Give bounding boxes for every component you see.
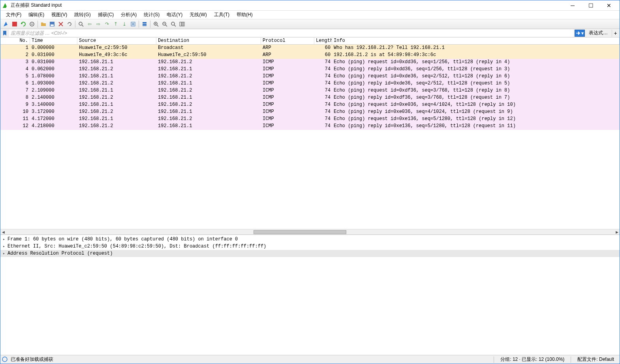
- menu-help[interactable]: 帮助(H): [233, 11, 256, 19]
- statusbar: 已准备好加载或捕获 分组: 12 · 已显示: 12 (100.0%) 配置文件…: [0, 355, 620, 364]
- filter-add-button[interactable]: +: [612, 30, 619, 37]
- packet-details-pane[interactable]: ▸ Frame 1: 60 bytes on wire (480 bits), …: [0, 235, 620, 355]
- expert-info-icon[interactable]: [2, 356, 8, 363]
- packet-row[interactable]: 114.172000192.168.21.1192.168.21.2ICMP74…: [0, 116, 620, 123]
- packet-row[interactable]: 10.000000HuaweiTe_c2:59:50BroadcastARP60…: [0, 45, 620, 52]
- menu-statistics[interactable]: 统计(S): [141, 11, 163, 19]
- restart-capture-icon[interactable]: [19, 20, 27, 28]
- tree-label-frame: Frame 1: 60 bytes on wire (480 bits), 60…: [8, 236, 238, 242]
- go-to-packet-icon[interactable]: ↷: [103, 20, 111, 28]
- go-back-icon[interactable]: ⇦: [86, 20, 94, 28]
- packet-list-header: No. Time Source Destination Protocol Len…: [0, 38, 620, 45]
- maximize-button[interactable]: ☐: [582, 1, 600, 10]
- menu-capture[interactable]: 捕获(C): [95, 11, 117, 19]
- window-title: 正在捕获 Standard input: [11, 2, 564, 9]
- svg-point-5: [79, 22, 82, 25]
- packet-row[interactable]: 30.031000192.168.21.1192.168.21.2ICMP74E…: [0, 59, 620, 66]
- auto-scroll-icon[interactable]: [129, 20, 137, 28]
- colorize-icon[interactable]: [141, 20, 148, 28]
- svg-line-17: [157, 25, 158, 26]
- status-separator: [571, 356, 571, 363]
- capture-options-icon[interactable]: [28, 20, 36, 28]
- go-forward-icon[interactable]: ⇨: [94, 20, 102, 28]
- status-separator: [494, 356, 494, 363]
- close-file-icon[interactable]: [57, 20, 65, 28]
- menu-tools[interactable]: 工具(T): [211, 11, 233, 19]
- expand-icon[interactable]: ▸: [3, 237, 8, 242]
- packet-row[interactable]: 124.218000192.168.21.2192.168.21.1ICMP74…: [0, 123, 620, 130]
- packet-row[interactable]: 93.140000192.168.21.1192.168.21.2ICMP74E…: [0, 101, 620, 109]
- svg-rect-25: [183, 22, 184, 26]
- stop-capture-icon[interactable]: [11, 20, 19, 28]
- toolbar-separator: [38, 21, 38, 28]
- filter-toolbar: ▾ 表达式… +: [0, 29, 620, 38]
- svg-rect-11: [143, 22, 147, 23]
- tree-row-frame[interactable]: ▸ Frame 1: 60 bytes on wire (480 bits), …: [0, 236, 620, 243]
- start-capture-icon[interactable]: [2, 20, 10, 28]
- svg-line-22: [174, 25, 176, 26]
- menu-analyze[interactable]: 分析(A): [118, 11, 140, 19]
- zoom-out-icon[interactable]: [161, 20, 169, 28]
- horizontal-scrollbar[interactable]: ◀ ▶: [0, 229, 620, 235]
- reload-file-icon[interactable]: [66, 20, 73, 28]
- packet-row[interactable]: 20.031000HuaweiTe_49:3c:6cHuaweiTe_c2:59…: [0, 52, 620, 59]
- filter-expression-button[interactable]: 表达式…: [586, 30, 611, 36]
- svg-point-21: [171, 22, 175, 25]
- packet-row[interactable]: 82.140000192.168.21.2192.168.21.1ICMP74E…: [0, 94, 620, 101]
- packet-row[interactable]: 61.093000192.168.21.2192.168.21.1ICMP74E…: [0, 80, 620, 87]
- status-profile[interactable]: 配置文件: Default: [573, 356, 618, 363]
- packet-row[interactable]: 72.109000192.168.21.1192.168.21.2ICMP74E…: [0, 87, 620, 94]
- svg-rect-23: [180, 22, 181, 26]
- scroll-thumb[interactable]: [254, 230, 346, 234]
- svg-line-6: [82, 25, 83, 26]
- filter-bookmark-icon[interactable]: [1, 30, 8, 37]
- toolbar-separator: [75, 21, 75, 28]
- go-first-icon[interactable]: ⤒: [112, 20, 120, 28]
- menu-file[interactable]: 文件(F): [3, 11, 24, 19]
- tree-row-ethernet[interactable]: ▸ Ethernet II, Src: HuaweiTe_c2:59:50 (5…: [0, 243, 620, 250]
- col-header-info[interactable]: Info: [332, 38, 620, 44]
- col-header-destination[interactable]: Destination: [156, 38, 261, 44]
- zoom-reset-icon[interactable]: [169, 20, 177, 28]
- go-last-icon[interactable]: ⤓: [120, 20, 128, 28]
- open-file-icon[interactable]: [39, 20, 47, 28]
- toolbar-separator: [150, 21, 150, 28]
- col-header-length[interactable]: Length: [314, 38, 332, 44]
- resize-columns-icon[interactable]: [178, 20, 186, 28]
- col-header-no[interactable]: No.: [0, 38, 30, 44]
- menu-wireless[interactable]: 无线(W): [186, 11, 210, 19]
- svg-rect-13: [143, 25, 147, 26]
- svg-point-2: [32, 23, 33, 24]
- packet-row[interactable]: 40.062000192.168.21.2192.168.21.1ICMP74E…: [0, 66, 620, 73]
- zoom-in-icon[interactable]: [152, 20, 160, 28]
- svg-rect-24: [182, 22, 183, 26]
- svg-point-26: [2, 357, 7, 362]
- find-packet-icon[interactable]: [77, 20, 85, 28]
- status-ready: 已准备好加载或捕获: [11, 356, 53, 363]
- packet-row[interactable]: 103.172000192.168.21.2192.168.21.1ICMP74…: [0, 109, 620, 116]
- filter-apply-button[interactable]: ▾: [575, 30, 585, 37]
- tree-row-arp[interactable]: ▸ Address Resolution Protocol (request): [0, 250, 620, 257]
- packet-list-body[interactable]: 10.000000HuaweiTe_c2:59:50BroadcastARP60…: [0, 45, 620, 229]
- save-file-icon[interactable]: [48, 20, 56, 28]
- titlebar: 正在捕获 Standard input ─ ☐ ✕: [0, 0, 620, 11]
- scroll-left-icon[interactable]: ◀: [0, 230, 6, 235]
- minimize-button[interactable]: ─: [564, 1, 582, 10]
- menubar: 文件(F) 编辑(E) 视图(V) 跳转(G) 捕获(C) 分析(A) 统计(S…: [0, 11, 620, 19]
- menu-telephony[interactable]: 电话(Y): [163, 11, 186, 19]
- display-filter-input[interactable]: [9, 30, 574, 37]
- menu-view[interactable]: 视图(V): [48, 11, 70, 19]
- expand-icon[interactable]: ▸: [3, 251, 8, 256]
- col-header-time[interactable]: Time: [30, 38, 77, 44]
- col-header-protocol[interactable]: Protocol: [261, 38, 314, 44]
- packet-row[interactable]: 51.078000192.168.21.1192.168.21.2ICMP74E…: [0, 73, 620, 80]
- menu-edit[interactable]: 编辑(E): [25, 11, 47, 19]
- col-header-source[interactable]: Source: [77, 38, 156, 44]
- menu-go[interactable]: 跳转(G): [71, 11, 94, 19]
- close-button[interactable]: ✕: [600, 1, 618, 10]
- scroll-right-icon[interactable]: ▶: [614, 230, 620, 235]
- tree-label-arp: Address Resolution Protocol (request): [8, 251, 113, 256]
- tree-label-ethernet: Ethernet II, Src: HuaweiTe_c2:59:50 (54:…: [8, 244, 266, 249]
- svg-rect-0: [12, 22, 17, 26]
- expand-icon[interactable]: ▸: [3, 244, 8, 249]
